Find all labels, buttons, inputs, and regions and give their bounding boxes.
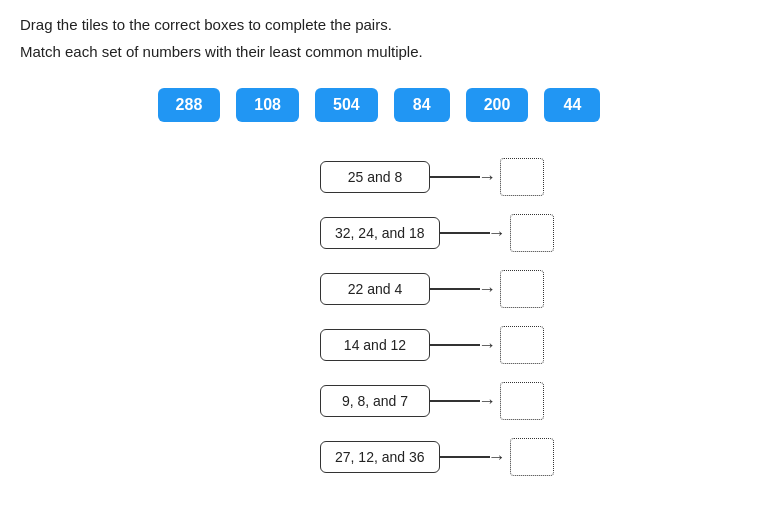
pair-3-arrow: → (430, 288, 500, 290)
tile-504[interactable]: 504 (315, 88, 378, 122)
pair-2-arrow: → (440, 232, 510, 234)
pair-2-drop-box[interactable] (510, 214, 554, 252)
tile-44[interactable]: 44 (544, 88, 600, 122)
pair-5-arrowhead-icon: → (478, 392, 496, 410)
pair-1-label: 25 and 8 (320, 161, 430, 193)
pairs-section: 25 and 8→32, 24, and 18→22 and 4→14 and … (320, 158, 738, 476)
instructions-text: Drag the tiles to the correct boxes to c… (20, 16, 738, 33)
pair-6-arrowhead-icon: → (488, 448, 506, 466)
pair-1-arrow: → (430, 176, 500, 178)
pair-1-arrowhead-icon: → (478, 168, 496, 186)
pair-2: 32, 24, and 18→ (320, 214, 738, 252)
tile-84[interactable]: 84 (394, 88, 450, 122)
pair-2-arrowhead-icon: → (488, 224, 506, 242)
pair-6-drop-box[interactable] (510, 438, 554, 476)
pair-5-arrow: → (430, 400, 500, 402)
tiles-row: 2881085048420044 (20, 88, 738, 122)
pair-5-drop-box[interactable] (500, 382, 544, 420)
subtitle-text: Match each set of numbers with their lea… (20, 43, 738, 60)
pair-4-drop-box[interactable] (500, 326, 544, 364)
pair-4-arrowhead-icon: → (478, 336, 496, 354)
tile-108[interactable]: 108 (236, 88, 299, 122)
pair-1-drop-box[interactable] (500, 158, 544, 196)
pair-2-label: 32, 24, and 18 (320, 217, 440, 249)
pair-6-arrow: → (440, 456, 510, 458)
pair-4: 14 and 12→ (320, 326, 738, 364)
pair-5: 9, 8, and 7→ (320, 382, 738, 420)
pair-3-label: 22 and 4 (320, 273, 430, 305)
pair-3: 22 and 4→ (320, 270, 738, 308)
pair-1: 25 and 8→ (320, 158, 738, 196)
pair-4-arrow: → (430, 344, 500, 346)
pair-5-label: 9, 8, and 7 (320, 385, 430, 417)
tile-200[interactable]: 200 (466, 88, 529, 122)
pair-3-drop-box[interactable] (500, 270, 544, 308)
pair-3-arrowhead-icon: → (478, 280, 496, 298)
pair-6-label: 27, 12, and 36 (320, 441, 440, 473)
tile-288[interactable]: 288 (158, 88, 221, 122)
pair-6: 27, 12, and 36→ (320, 438, 738, 476)
pair-4-label: 14 and 12 (320, 329, 430, 361)
